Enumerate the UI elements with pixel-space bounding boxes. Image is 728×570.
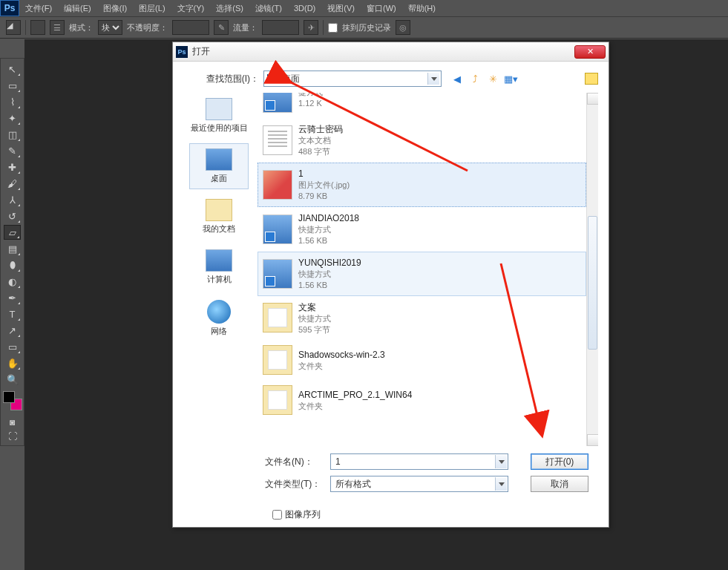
history-checkbox[interactable]: [328, 23, 338, 33]
crop-tool-icon[interactable]: ◫: [4, 127, 21, 142]
menu-image[interactable]: 图像(I): [97, 0, 133, 16]
documents-icon: [206, 199, 232, 221]
stamp-tool-icon[interactable]: ⅄: [4, 192, 21, 207]
menu-layer[interactable]: 图层(L): [133, 0, 171, 16]
scroll-down-icon[interactable]: ▼: [587, 434, 598, 446]
history-label: 抹到历史记录: [342, 22, 391, 33]
dodge-tool-icon[interactable]: ◐: [4, 274, 21, 289]
type-tool-icon[interactable]: T: [4, 307, 21, 321]
list-item[interactable]: JIANDIAO2018 快捷方式 1.56 KB: [258, 207, 586, 252]
foreground-color-swatch[interactable]: [3, 391, 15, 403]
pen-tool-icon[interactable]: ✒: [4, 290, 21, 305]
zoom-tool-icon[interactable]: 🔍: [4, 372, 21, 387]
shortcut-icon: [263, 259, 292, 289]
favorite-icon[interactable]: [585, 73, 598, 85]
sequence-label: 图像序列: [285, 508, 321, 521]
place-recent[interactable]: 最近使用的项目: [189, 93, 249, 139]
view-menu-icon[interactable]: ▦▾: [504, 72, 517, 85]
flow-input[interactable]: [262, 20, 299, 35]
file-type: 快捷方式: [298, 269, 361, 280]
shape-tool-icon[interactable]: ▭: [4, 339, 21, 354]
menu-window[interactable]: 窗口(W): [361, 0, 402, 16]
scroll-thumb[interactable]: [588, 216, 597, 350]
file-type: 快捷方式: [298, 313, 331, 324]
list-item[interactable]: 文案 快捷方式 595 字节: [258, 296, 586, 341]
filetype-value: 所有格式: [335, 478, 371, 491]
menu-select[interactable]: 选择(S): [210, 0, 249, 16]
opacity-input[interactable]: [172, 20, 209, 35]
file-list: 捷方式 1.12 K 云骑士密码 文本文档 488 字节: [258, 93, 598, 446]
filename-input[interactable]: 1: [330, 453, 508, 470]
airbrush-icon[interactable]: ✈: [304, 20, 318, 35]
pressure-opacity-icon[interactable]: ✎: [214, 20, 229, 35]
chevron-down-icon[interactable]: [495, 455, 507, 468]
sequence-checkbox[interactable]: [272, 510, 282, 520]
cancel-button[interactable]: 取消: [531, 476, 588, 492]
shortcut-icon: [263, 214, 292, 244]
lookin-select[interactable]: 桌面: [263, 71, 442, 87]
move-tool-icon[interactable]: ↖: [4, 62, 21, 76]
file-size: 1.56 KB: [298, 280, 361, 291]
file-size: 8.79 KB: [298, 191, 350, 202]
tool-preset-icon[interactable]: ◢: [6, 20, 21, 35]
chevron-down-icon[interactable]: [495, 477, 507, 491]
gradient-tool-icon[interactable]: ▤: [4, 241, 21, 256]
place-computer[interactable]: 计算机: [189, 244, 249, 290]
quickmask-icon[interactable]: ◙: [5, 416, 20, 428]
menu-view[interactable]: 视图(V): [321, 0, 361, 16]
lasso-tool-icon[interactable]: ⌇: [4, 94, 21, 109]
brush-settings-icon[interactable]: ☰: [50, 20, 65, 35]
place-documents[interactable]: 我的文档: [189, 194, 249, 240]
shortcut-icon: [263, 93, 292, 113]
brush-tool-icon[interactable]: 🖌: [4, 176, 21, 191]
file-name: 云骑士密码: [298, 123, 343, 135]
up-icon[interactable]: ⤴: [468, 72, 482, 85]
menu-file[interactable]: 文件(F): [19, 0, 58, 16]
back-icon[interactable]: ◀: [450, 72, 464, 85]
file-name: ARCTIME_PRO_2.1_WIN64: [298, 389, 412, 401]
eraser-tool-icon[interactable]: ▱: [4, 225, 21, 240]
mode-select[interactable]: 块: [98, 20, 122, 35]
chevron-down-icon[interactable]: [427, 73, 439, 85]
toolbox: ↖ ▭ ⌇ ✦ ◫ ✎ ✚ 🖌 ⅄ ↺ ▱ ▤ ⬮ ◐ ✒ T ↗ ▭ ✋ 🔍 …: [0, 58, 24, 446]
list-item[interactable]: 云骑士密码 文本文档 488 字节: [258, 118, 586, 163]
menu-type[interactable]: 文字(Y): [171, 0, 211, 16]
color-swatches[interactable]: [3, 391, 22, 410]
pressure-size-icon[interactable]: ◎: [396, 20, 410, 35]
place-desktop[interactable]: 桌面: [189, 143, 249, 189]
lookin-value: 桌面: [282, 73, 300, 85]
folder-icon: [263, 345, 292, 375]
screenmode-icon[interactable]: ⛶: [5, 430, 20, 442]
open-button[interactable]: 打开(0): [531, 453, 588, 470]
wand-tool-icon[interactable]: ✦: [4, 111, 21, 125]
folder-shortcut-icon: [263, 303, 292, 332]
scrollbar[interactable]: ▲ ▼: [586, 93, 598, 446]
blur-tool-icon[interactable]: ⬮: [4, 258, 21, 272]
marquee-tool-icon[interactable]: ▭: [4, 78, 21, 93]
history-brush-tool-icon[interactable]: ↺: [4, 209, 21, 223]
dialog-titlebar[interactable]: Ps 打开 ✕: [173, 42, 609, 62]
place-network[interactable]: 网络: [189, 295, 249, 342]
menu-3d[interactable]: 3D(D): [288, 0, 321, 16]
list-item[interactable]: 1 图片文件(.jpg) 8.79 KB: [258, 163, 586, 207]
menu-filter[interactable]: 滤镜(T): [249, 0, 288, 16]
close-button[interactable]: ✕: [574, 45, 606, 59]
scroll-up-icon[interactable]: ▲: [587, 93, 598, 105]
filetype-select[interactable]: 所有格式: [330, 476, 508, 492]
file-type: 捷方式: [298, 93, 323, 98]
menu-help[interactable]: 帮助(H): [402, 0, 442, 16]
list-item[interactable]: YUNQISHI2019 快捷方式 1.56 KB: [258, 252, 586, 296]
list-item[interactable]: Shadowsocks-win-2.3 文件夹: [258, 340, 586, 380]
list-item[interactable]: ARCTIME_PRO_2.1_WIN64 文件夹: [258, 380, 586, 420]
menu-edit[interactable]: 编辑(E): [58, 0, 97, 16]
brush-preview-icon[interactable]: [30, 20, 45, 35]
new-folder-icon[interactable]: ✳: [486, 72, 499, 85]
list-item[interactable]: 捷方式 1.12 K: [258, 93, 586, 118]
eyedropper-tool-icon[interactable]: ✎: [4, 143, 21, 158]
hand-tool-icon[interactable]: ✋: [4, 356, 21, 370]
healing-tool-icon[interactable]: ✚: [4, 160, 21, 174]
file-type: 快捷方式: [298, 224, 359, 235]
dialog-app-icon: Ps: [176, 46, 188, 58]
place-label: 网络: [211, 326, 227, 337]
path-tool-icon[interactable]: ↗: [4, 323, 21, 338]
